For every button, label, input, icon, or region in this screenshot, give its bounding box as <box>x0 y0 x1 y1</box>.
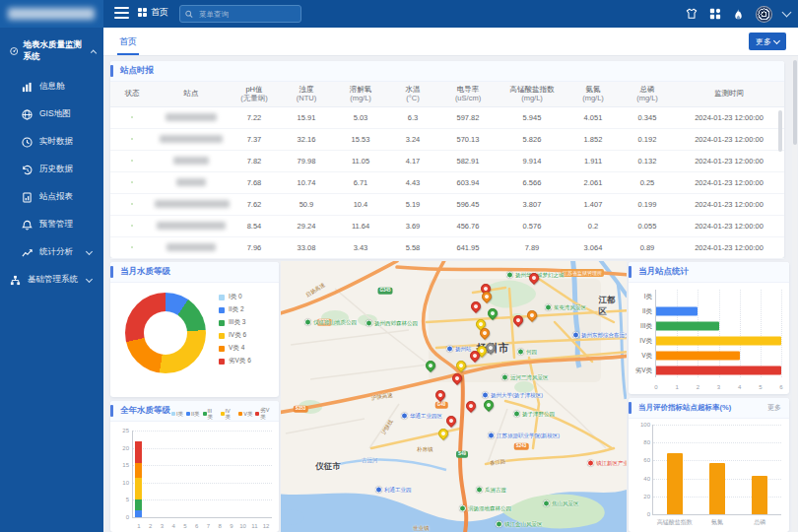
tab-home-label: 首页 <box>119 35 137 48</box>
poi-label: 润扬湿地森林公园 <box>468 505 511 512</box>
bar-row-IV类 <box>656 334 781 349</box>
title-accent <box>110 65 113 77</box>
sidebar-system-title[interactable]: 地表水质量监测系统 <box>0 28 103 73</box>
poi-icon <box>501 374 508 381</box>
column-header: 总磷(mg/L) <box>621 82 674 106</box>
table-row[interactable]: 7.8279.9811.054.17582.919.9141.9110.1322… <box>110 150 784 171</box>
cell-time: 2024-01-23 12:00:00 <box>674 236 784 258</box>
road-shield: G40 <box>435 402 448 409</box>
legend-item-IV类[interactable]: IV类 6 <box>219 329 251 342</box>
x-tick-label: 12 <box>263 523 270 529</box>
sidebar-item-站点报表[interactable]: 站点报表 <box>0 183 103 211</box>
map-poi: 焦山风景区 <box>543 500 579 507</box>
topbar-home-link[interactable]: 首页 <box>138 6 168 19</box>
poi-icon <box>506 272 513 279</box>
poi-label: 扬州西郊森林公园 <box>374 320 418 327</box>
search-input[interactable] <box>197 9 296 20</box>
map-area-label: 江苏省监狱管理所 <box>561 269 604 277</box>
column-header: 状态 <box>110 82 154 106</box>
cell-value: 7.62 <box>229 193 280 215</box>
table-scrollbar[interactable] <box>778 110 782 152</box>
cell-time: 2024-01-23 12:00:00 <box>674 193 784 215</box>
sidebar-item-GIS地图[interactable]: GIS地图 <box>0 100 103 128</box>
poi-icon <box>572 332 579 339</box>
sidebar-item-label: 预警管理 <box>39 219 73 231</box>
title-accent <box>110 266 113 278</box>
station-table-head: 状态站点pH值(无量纲)浊度(NTU)溶解氧(mg/L)水温(°C)电导率(uS… <box>110 82 784 106</box>
sidebar-item-label: 站点报表 <box>39 191 73 203</box>
menu-search[interactable] <box>179 5 301 23</box>
cell-value: 7.89 <box>499 236 565 258</box>
column-header: 监测时间 <box>674 82 784 106</box>
poi-label: 镇江金山风景区 <box>504 521 543 528</box>
theme-skin-icon[interactable] <box>685 8 698 21</box>
column-header: 溶解氧(mg/L) <box>333 82 388 106</box>
station-stats-chart: 0123456I类II类III类IV类V类劣V类 <box>655 290 781 377</box>
poi-label: 何园 <box>526 349 537 356</box>
legend-item-II类[interactable]: II类 <box>186 407 200 421</box>
map-poi: 华通工业园区 <box>401 413 442 420</box>
bar-IV类 <box>656 336 781 345</box>
legend-item-II类[interactable]: II类 2 <box>219 303 251 316</box>
user-avatar[interactable] <box>756 6 772 23</box>
cell-value: 10.74 <box>280 171 333 193</box>
legend-item-III类[interactable]: III类 3 <box>219 316 251 329</box>
station-name-redacted <box>157 222 226 230</box>
sidebar-item-基础管理系统[interactable]: 基础管理系统 <box>0 266 103 294</box>
month-station-stats-panel: 当月站点统计 0123456I类II类III类IV类V类劣V类 <box>629 262 789 394</box>
cell-value: 6.3 <box>388 106 437 128</box>
legend-item-IV类[interactable]: IV类 <box>221 407 236 421</box>
table-row[interactable]: 7.6810.746.714.43603.946.5662.0610.25202… <box>110 171 784 193</box>
sidebar-item-预警管理[interactable]: 预警管理 <box>0 211 103 238</box>
map-poi: 扬州大学(扬子津校区) <box>482 392 543 399</box>
table-row[interactable]: 7.9633.083.435.58641.957.893.0640.892024… <box>110 236 784 258</box>
bar-氨氮 <box>709 463 725 514</box>
legend-item-I类[interactable]: I类 <box>171 407 183 421</box>
sidebar-item-信息舱[interactable]: 信息舱 <box>0 73 103 100</box>
poi-label: 江苏旅游职业学院(新校区) <box>497 432 560 439</box>
poi-label: 利通工业园 <box>384 487 412 494</box>
table-row[interactable]: 7.3732.1615.533.24570.135.8261.8520.1922… <box>110 128 784 150</box>
stacked-title: 全年水质等级 <box>120 405 170 417</box>
sidebar-item-实时数据[interactable]: 实时数据 <box>0 128 103 156</box>
y-category-label: I类 <box>631 293 652 301</box>
column-header: 电导率(uS/cm) <box>437 82 499 106</box>
tab-home[interactable]: 首页 <box>119 28 137 55</box>
cell-time: 2024-01-23 12:00:00 <box>674 215 784 236</box>
expand-chevron-icon <box>86 275 93 282</box>
exceed-more-link[interactable]: 更多 <box>767 403 781 413</box>
table-row[interactable]: 8.5429.2411.643.69456.760.5760.20.055202… <box>110 215 784 236</box>
gis-map[interactable]: 扬州市仪征市江都区启扬高速沪陕高速沪陕线春江路古运河朴席镇世业镇G345S326… <box>281 261 627 532</box>
scrollbar-thumb[interactable] <box>793 60 797 145</box>
legend-item-III类[interactable]: III类 <box>203 407 218 421</box>
more-button[interactable]: 更多 <box>749 33 786 50</box>
x-tick-label: 3 <box>161 523 164 529</box>
cell-value: 9.914 <box>499 150 565 171</box>
legend-item-V类[interactable]: V类 <box>238 407 252 421</box>
legend-item-I类[interactable]: I类 0 <box>219 291 251 303</box>
menu-toggle-icon[interactable] <box>114 7 129 20</box>
layout-icon[interactable] <box>708 8 721 21</box>
map-poi: 镇江新区产业园区 <box>587 460 627 467</box>
user-menu-chevron-icon[interactable] <box>782 8 792 18</box>
sidebar-item-历史数据[interactable]: 历史数据 <box>0 156 103 183</box>
poi-label: 华通工业园区 <box>410 413 442 420</box>
cell-value: 603.94 <box>437 171 499 193</box>
flame-icon[interactable] <box>732 8 745 21</box>
table-row[interactable]: 7.2215.915.036.3597.825.9454.0510.345202… <box>110 106 784 128</box>
cell-value: 2.061 <box>565 171 621 193</box>
cell-value: 3.24 <box>388 128 437 150</box>
poi-icon <box>513 411 520 418</box>
sidebar-item-统计分析[interactable]: 统计分析 <box>0 238 103 266</box>
station-table: 状态站点pH值(无量纲)浊度(NTU)溶解氧(mg/L)水温(°C)电导率(uS… <box>110 82 784 259</box>
x-tick-label: 9 <box>230 523 233 529</box>
table-row[interactable]: 7.6250.910.45.19596.453.8071.4070.199202… <box>110 193 784 215</box>
legend-item-劣V类[interactable]: 劣V类 <box>255 407 275 421</box>
hbar-title: 当月站点统计 <box>638 266 689 278</box>
legend-item-劣V类[interactable]: 劣V类 6 <box>219 355 251 367</box>
station-name-redacted <box>160 135 223 143</box>
poi-icon <box>545 304 552 311</box>
map-poi: 镇江金山风景区 <box>496 521 543 528</box>
poi-icon <box>446 346 453 353</box>
legend-item-V类[interactable]: V类 4 <box>219 342 251 355</box>
